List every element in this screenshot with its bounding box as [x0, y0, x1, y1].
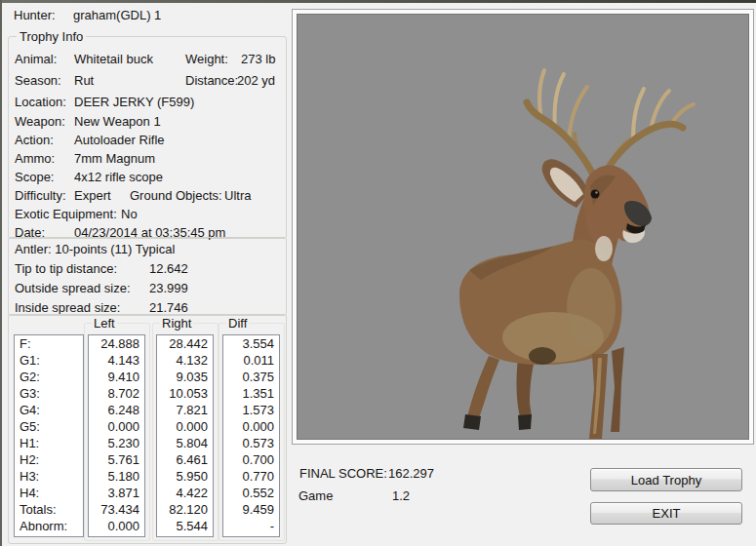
- measure-right-value: 5.544: [157, 518, 213, 534]
- deer-front-far-leg: [611, 347, 624, 432]
- measure-row-label: Abnorm:: [15, 518, 83, 534]
- left-values-listbox: 24.888 4.143 9.410 8.702 6.248 0.000 5.2…: [88, 334, 145, 537]
- diff-column-header: Diff: [226, 316, 249, 331]
- diff-values-listbox: 3.554 0.011 0.375 1.351 1.573 0.000 0.57…: [222, 334, 280, 537]
- measure-diff-value: 1.573: [223, 402, 279, 418]
- measure-left-value: 5.761: [89, 451, 144, 468]
- measure-right-value: 6.461: [157, 451, 213, 468]
- deer-rear-far-hoof: [518, 414, 532, 430]
- field-weight-label: Weight:: [185, 52, 228, 66]
- field-ammo-label: Ammo:: [15, 151, 55, 166]
- left-column-header: Left: [92, 316, 117, 331]
- measure-diff-value: 1.351: [223, 385, 279, 402]
- measure-diff-value: -: [223, 518, 279, 534]
- field-ground-objects-label: Ground Objects:: [130, 188, 222, 203]
- measure-diff-value: 0.700: [223, 451, 279, 468]
- measure-diff-value: 0.375: [223, 369, 279, 385]
- measure-left-value: 73.434: [89, 501, 144, 518]
- measure-row-label: G4:: [15, 402, 83, 418]
- trophy-viewport: [297, 14, 749, 440]
- measure-row-label: H3:: [15, 468, 83, 485]
- measure-right-value: 28.442: [157, 335, 213, 352]
- game-version-label: Game: [298, 488, 333, 503]
- measure-left-value: 24.888: [89, 335, 144, 352]
- field-action-label: Action:: [15, 133, 54, 147]
- measure-row-label: F:: [15, 335, 83, 352]
- exit-button[interactable]: EXIT: [590, 502, 742, 525]
- measure-left-value: 5.230: [89, 435, 144, 451]
- measure-right-value: 0.000: [157, 418, 213, 435]
- field-weight-value: 273 lb: [241, 52, 275, 66]
- field-exotic-value: No: [121, 207, 138, 221]
- field-action-value: Autoloader Rifle: [74, 133, 165, 147]
- measure-left-value: 9.410: [89, 369, 144, 385]
- hunter-value: graham(GDL) 1: [73, 8, 161, 22]
- deer-rear-far-leg: [517, 358, 536, 418]
- trophy-info-title: Trophy Info: [17, 29, 86, 44]
- measure-row-label: G3:: [15, 385, 83, 402]
- hunter-label: Hunter:: [14, 8, 56, 22]
- measure-diff-value: 0.011: [223, 352, 279, 369]
- trophy-dialog: Hunter: graham(GDL) 1 Trophy Info Animal…: [0, 0, 756, 546]
- field-scope-label: Scope:: [15, 170, 54, 184]
- measure-right-value: 5.950: [157, 468, 213, 485]
- game-version-value: 1.2: [392, 488, 410, 503]
- field-exotic-label: Exotic Equipment:: [15, 207, 117, 221]
- measure-diff-value: 9.459: [223, 501, 279, 518]
- measure-left-value: 8.702: [89, 385, 144, 402]
- final-score-value: 162.297: [388, 466, 434, 481]
- tip-to-tip-value: 12.642: [149, 261, 188, 276]
- field-ground-objects-value: Ultra: [224, 188, 251, 203]
- outside-spread-label: Outside spread size:: [15, 281, 131, 295]
- field-weapon-value: New Weapon 1: [74, 114, 161, 129]
- trophy-viewport-frame: [292, 9, 754, 445]
- deer-chest-patch: [567, 268, 616, 348]
- deer-eye-highlight: [595, 191, 597, 193]
- measure-row-label: H1:: [15, 435, 83, 451]
- deer-rear-near-leg: [467, 356, 499, 418]
- load-trophy-button[interactable]: Load Trophy: [590, 468, 742, 491]
- measure-row-label: G5:: [15, 418, 83, 435]
- measure-right-value: 82.120: [157, 501, 213, 518]
- measure-row-label: H2:: [15, 451, 83, 468]
- measure-right-value: 4.132: [157, 352, 213, 369]
- field-animal-value: Whitetail buck: [74, 52, 153, 66]
- deer-underbelly-dark: [529, 347, 556, 365]
- measure-left-value: 0.000: [89, 418, 144, 435]
- measure-left-value: 3.871: [89, 485, 144, 501]
- measure-left-value: 0.000: [89, 518, 144, 534]
- measure-diff-value: 3.554: [223, 335, 279, 352]
- inside-spread-label: Inside spread size:: [15, 300, 120, 315]
- deer-eye: [591, 190, 600, 199]
- field-distance-label: Distance:: [185, 73, 238, 88]
- right-values-listbox: 28.442 4.132 9.035 10.053 7.821 0.000 5.…: [156, 334, 214, 537]
- field-scope-value: 4x12 rifle scope: [74, 170, 163, 184]
- measure-right-value: 10.053: [157, 385, 213, 402]
- measure-diff-value: 0.552: [223, 485, 279, 501]
- field-season-value: Rut: [74, 73, 94, 88]
- tip-to-tip-label: Tip to tip distance:: [15, 261, 117, 276]
- measure-right-value: 7.821: [157, 402, 213, 418]
- deer-rear-near-hoof: [463, 414, 481, 430]
- deer-render: [298, 15, 748, 439]
- measure-row-label: Totals:: [15, 501, 83, 518]
- final-score-label: FINAL SCORE:: [299, 466, 387, 481]
- measure-right-value: 4.422: [157, 485, 213, 501]
- measure-left-value: 5.180: [89, 468, 144, 485]
- measure-labels-listbox: F: G1: G2: G3: G4: G5: H1: H2: H3: H4: T…: [14, 334, 84, 537]
- field-difficulty-value: Expert: [74, 188, 111, 203]
- field-ammo-value: 7mm Magnum: [74, 151, 155, 166]
- window-left-edge: [0, 0, 2, 546]
- field-distance-value: 202 yd: [237, 73, 275, 88]
- field-difficulty-label: Difficulty:: [15, 188, 66, 203]
- measure-row-label: G2:: [15, 369, 83, 385]
- deer-antlers: [527, 70, 694, 173]
- measure-row-label: G1:: [15, 352, 83, 369]
- measure-right-value: 9.035: [157, 369, 213, 385]
- outside-spread-value: 23.999: [149, 281, 188, 295]
- antler-group: Antler: 10-points (11) Typical Tip to ti…: [8, 237, 287, 316]
- deer-throat-patch: [595, 236, 613, 261]
- measure-left-value: 4.143: [89, 352, 144, 369]
- antler-summary: Antler: 10-points (11) Typical: [15, 242, 175, 256]
- trophy-info-group: Trophy Info Animal: Whitetail buck Weigh…: [8, 36, 287, 239]
